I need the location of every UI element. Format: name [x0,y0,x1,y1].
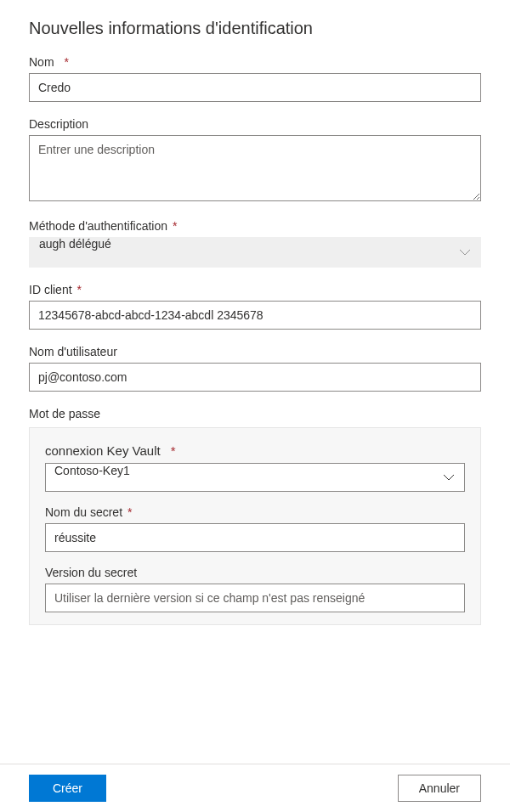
auth-method-select-wrapper: augh délégué [29,237,481,268]
secret-name-field-group: Nom du secret * [45,505,465,552]
username-label: Nom d'utilisateur [29,345,481,358]
button-bar: Créer Annuler [0,764,510,812]
secret-version-input[interactable] [45,584,465,612]
password-keyvault-box: connexion Key Vault * Contoso-Key1 Nom d… [29,427,481,625]
secret-name-input[interactable] [45,523,465,552]
keyvault-connection-dropdown[interactable]: Contoso-Key1 [45,463,465,492]
auth-method-dropdown[interactable]: augh délégué [29,237,481,268]
required-indicator: * [173,219,177,233]
page-title: Nouvelles informations d'identification [29,19,481,38]
keyvault-connection-label-text: connexion Key Vault [45,443,161,458]
name-label-text: Nom [29,55,54,69]
auth-method-label-text: Méthode d'authentification [29,219,167,233]
client-id-label-text: ID client [29,283,72,296]
required-indicator: * [76,283,81,296]
secret-version-field-group: Version du secret [45,566,465,612]
client-id-input[interactable] [29,301,481,330]
client-id-label: ID client * [29,283,481,296]
client-id-field-group: ID client * [29,283,481,330]
secret-name-label: Nom du secret * [45,505,465,519]
form-panel: Nouvelles informations d'identification … [0,0,510,761]
auth-method-field-group: Méthode d'authentification * augh délégu… [29,219,481,268]
password-section-label: Mot de passe [29,407,481,420]
keyvault-connection-field-group: connexion Key Vault * Contoso-Key1 [45,443,465,492]
required-indicator: * [171,443,176,458]
description-textarea[interactable] [29,135,481,201]
required-indicator: * [128,505,132,519]
secret-name-label-text: Nom du secret [45,505,122,519]
name-label: Nom * [29,55,481,69]
secret-version-label: Version du secret [45,566,465,579]
cancel-button[interactable]: Annuler [398,775,481,802]
keyvault-connection-select-wrapper: Contoso-Key1 [45,463,465,492]
create-button[interactable]: Créer [29,775,106,802]
auth-method-label: Méthode d'authentification * [29,219,481,233]
keyvault-connection-label: connexion Key Vault * [45,443,465,458]
username-input[interactable] [29,363,481,392]
description-field-group: Description [29,117,481,204]
name-input[interactable] [29,73,481,102]
description-label: Description [29,117,481,131]
required-indicator: * [64,55,68,69]
name-field-group: Nom * [29,55,481,102]
username-field-group: Nom d'utilisateur [29,345,481,392]
